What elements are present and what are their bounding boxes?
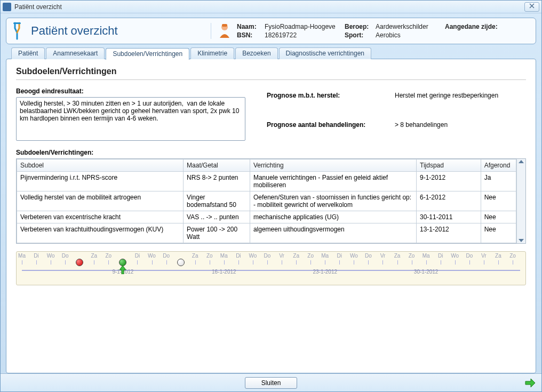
th-verrichting[interactable]: Verrichting bbox=[250, 159, 416, 172]
cell-verrichting: algemeen uithoudingsvermogen bbox=[250, 223, 416, 243]
scroll-up-icon[interactable] bbox=[519, 160, 524, 163]
app-icon bbox=[3, 3, 11, 11]
timeline-day-label: Do bbox=[264, 253, 271, 259]
table-row[interactable]: Pijnvermindering i.r.t. NPRS-scoreNRS 8-… bbox=[17, 172, 516, 191]
cell-maat: Vinger bodemafstand 50 bbox=[184, 191, 250, 211]
prognose-herstel-value: Herstel met geringe restbeperkingen bbox=[395, 92, 498, 114]
sport-label: Sport: bbox=[345, 31, 376, 39]
tab-body: Subdoelen/Verrichtingen Beoogd eindresul… bbox=[6, 59, 536, 373]
header-panel: Patiënt overzicht Naam: FysioRoadmap-Hoo… bbox=[6, 18, 536, 44]
patient-info: Naam: FysioRoadmap-Hoogeve Beroep: Aarde… bbox=[237, 23, 530, 39]
subdoelen-table: Subdoel Maat/Getal Verrichting Tijdspad … bbox=[16, 158, 526, 244]
timeline-day-label: Vr bbox=[380, 253, 386, 259]
titlebar: Patiënt overzicht bbox=[1, 1, 541, 13]
timeline-day-label: Do bbox=[365, 253, 372, 259]
timeline-date-label: 16-1-2012 bbox=[212, 269, 236, 275]
th-tijdspad[interactable]: Tijdspad bbox=[417, 159, 481, 172]
tab-bezoeken[interactable]: Bezoeken bbox=[235, 47, 277, 59]
cell-afg: Nee bbox=[481, 223, 516, 243]
timeline-day-label: Za bbox=[495, 253, 501, 259]
timeline-marker-red[interactable] bbox=[76, 259, 83, 266]
cell-maat: Power 100 -> 200 Watt bbox=[184, 223, 250, 243]
patient-overzicht-window: Patiënt overzicht Patiënt overzicht bbox=[0, 0, 542, 392]
timeline-day-label: Vr bbox=[481, 253, 487, 259]
sport-value: Aerobics bbox=[376, 31, 445, 39]
beroep-label: Beroep: bbox=[345, 23, 376, 30]
eindresultaat-label: Beoogd eindresultaat: bbox=[16, 87, 245, 95]
cell-subdoel: Verbeteren van excentrische kracht bbox=[17, 211, 184, 223]
window-close-button[interactable] bbox=[524, 2, 539, 12]
timeline-day-label: Za bbox=[192, 253, 198, 259]
prognose-herstel-label: Prognose m.b.t. herstel: bbox=[267, 92, 395, 114]
timeline-day-label: Zo bbox=[307, 253, 314, 259]
tab-diagnostische-verrichtingen[interactable]: Diagnostische verrichtingen bbox=[279, 47, 371, 59]
zijde-value bbox=[509, 23, 530, 30]
section-title: Subdoelen/Verrichtingen bbox=[16, 67, 526, 80]
timeline-day-label: Zo bbox=[409, 253, 415, 259]
arrow-right-icon bbox=[524, 377, 536, 389]
person-icon bbox=[218, 23, 232, 39]
svg-rect-0 bbox=[13, 22, 21, 24]
timeline-day-label: Zo bbox=[206, 253, 213, 259]
th-subdoel[interactable]: Subdoel bbox=[17, 159, 184, 172]
timeline-day-label: Za bbox=[394, 253, 401, 259]
cell-verrichting: Manuele verrichtingen - Passief en gelei… bbox=[250, 172, 416, 191]
timeline-day-label: Do bbox=[62, 253, 69, 259]
table-header-row: Subdoel Maat/Getal Verrichting Tijdspad … bbox=[17, 159, 516, 172]
cell-subdoel: Verbeteren van krachtuithoudingsvermogen… bbox=[17, 223, 184, 243]
cell-subdoel: Pijnvermindering i.r.t. NPRS-score bbox=[17, 172, 184, 191]
table-row[interactable]: Volledig herstel van de mobiliteit artro… bbox=[17, 191, 516, 211]
tab-anamnesekaart[interactable]: Anamnesekaart bbox=[46, 47, 105, 59]
table-scrollbar[interactable] bbox=[516, 159, 525, 243]
cell-verrichting: mechanische applicaties (UG) bbox=[250, 211, 416, 223]
sluiten-button[interactable]: Sluiten bbox=[245, 377, 298, 389]
cell-tijd: 30-11-2011 bbox=[417, 211, 481, 223]
cell-subdoel: Volledig herstel van de mobiliteit artro… bbox=[17, 191, 184, 211]
timeline-day-label: Ma bbox=[423, 253, 430, 259]
timeline-day-label: Wo bbox=[148, 253, 156, 259]
tab-subdoelen-verrichtingen[interactable]: Subdoelen/Verrichtingen bbox=[106, 48, 189, 60]
timeline-day-label: Do bbox=[466, 253, 473, 259]
crutch-icon bbox=[12, 22, 26, 40]
timeline-day-label: Ma bbox=[321, 253, 329, 259]
cell-afg: Nee bbox=[481, 191, 516, 211]
timeline-day-label: Di bbox=[135, 253, 140, 259]
bsn-value: 182619722 bbox=[265, 31, 345, 39]
timeline-day-label: Vr bbox=[279, 253, 284, 259]
timeline-day-label: Di bbox=[438, 253, 443, 259]
timeline-day-label: Di bbox=[34, 253, 38, 259]
close-icon bbox=[529, 3, 535, 9]
cell-maat: NRS 8-> 2 punten bbox=[184, 172, 250, 191]
scroll-down-icon[interactable] bbox=[519, 239, 524, 242]
timeline-day-label: Zo bbox=[106, 253, 112, 259]
timeline-day-label: Za bbox=[91, 253, 97, 259]
timeline-marker-white[interactable] bbox=[177, 259, 185, 266]
table-row[interactable]: Verbeteren van krachtuithoudingsvermogen… bbox=[17, 223, 516, 243]
th-maat[interactable]: Maat/Getal bbox=[184, 159, 250, 172]
subdoelen-list-label: Subdoelen/Verrichtingen: bbox=[16, 149, 526, 156]
timeline-day-label: Wo bbox=[350, 253, 358, 259]
naam-value: FysioRoadmap-Hoogeve bbox=[265, 23, 345, 30]
timeline-day-label: Di bbox=[337, 253, 342, 259]
timeline-date-label: 30-1-2012 bbox=[414, 269, 439, 275]
tab-patient[interactable]: Patiënt bbox=[11, 47, 45, 59]
prognose-aantal-label: Prognose aantal behandelingen: bbox=[267, 121, 395, 143]
eindresultaat-box[interactable] bbox=[16, 97, 245, 141]
th-afgerond[interactable]: Afgerond bbox=[481, 159, 516, 172]
window-title: Patiënt overzicht bbox=[14, 3, 524, 11]
cell-afg: Ja bbox=[481, 172, 516, 191]
timeline-marker-green[interactable] bbox=[119, 259, 126, 266]
next-button[interactable] bbox=[524, 377, 536, 390]
timeline-day-label: Do bbox=[163, 253, 170, 259]
prognose-aantal-value: > 8 behandelingen bbox=[395, 121, 498, 143]
cell-verrichting: Oefenen/Sturen van - stoornissen in func… bbox=[250, 191, 416, 211]
zijde-label: Aangedane zijde: bbox=[445, 23, 509, 30]
timeline-day-label: Ma bbox=[220, 253, 228, 259]
timeline-track[interactable]: MaDiWoDoZaZoDiWoDoZaZoMaDiWoDoVrZaZoMaDi… bbox=[22, 259, 520, 271]
timeline-day-label: Ma bbox=[18, 253, 26, 259]
table-row[interactable]: Verbeteren van excentrische krachtVAS ..… bbox=[17, 211, 516, 223]
tab-klinimetrie[interactable]: Klinimetrie bbox=[190, 47, 234, 59]
svg-rect-2 bbox=[222, 24, 227, 27]
tab-bar: Patiënt Anamnesekaart Subdoelen/Verricht… bbox=[6, 47, 536, 59]
timeline-date-label: 23-1-2012 bbox=[313, 269, 337, 275]
